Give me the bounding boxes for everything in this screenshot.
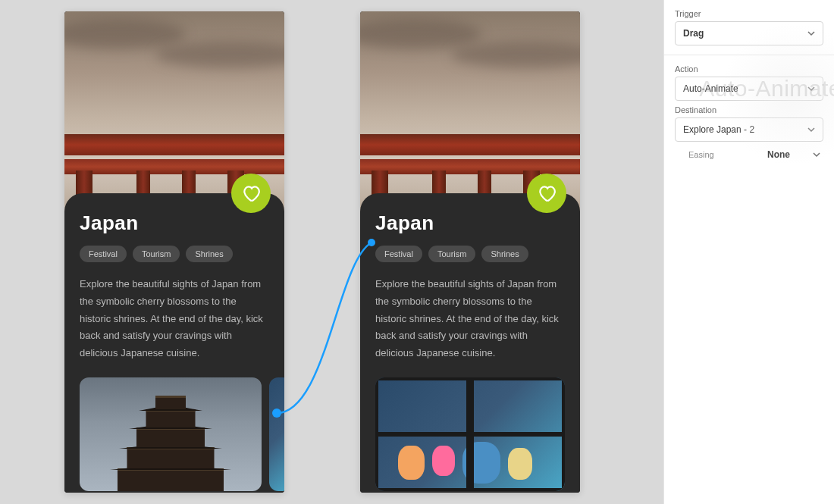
divider — [664, 55, 834, 55]
chevron-down-icon — [813, 151, 820, 158]
trigger-label: Trigger — [675, 9, 823, 18]
tag-chip[interactable]: Festival — [80, 246, 127, 262]
prototype-panel: Auto-Animate Trigger Drag Action Auto-An… — [663, 0, 834, 504]
trigger-value: Drag — [683, 28, 704, 39]
gallery-image-anime[interactable] — [375, 377, 565, 491]
tag-chip[interactable]: Tourism — [133, 246, 180, 262]
image-gallery[interactable] — [375, 377, 565, 491]
destination-label: Destination — [675, 105, 823, 114]
design-canvas[interactable]: Japan Festival Tourism Shrines Explore t… — [0, 0, 663, 504]
chevron-down-icon — [807, 30, 815, 37]
tag-chip[interactable]: Tourism — [428, 246, 476, 262]
tag-list: Festival Tourism Shrines — [80, 246, 269, 262]
artboard-explore-japan-1[interactable]: Japan Festival Tourism Shrines Explore t… — [64, 11, 284, 493]
favorite-button[interactable] — [527, 174, 566, 213]
heart-icon — [537, 183, 557, 203]
action-label: Action — [675, 64, 823, 74]
card-description: Explore the beautiful sights of Japan fr… — [375, 276, 565, 362]
action-value: Auto-Animate — [683, 83, 738, 94]
favorite-button[interactable] — [231, 174, 271, 213]
destination-select[interactable]: Explore Japan - 2 — [675, 117, 823, 142]
card-description: Explore the beautiful sights of Japan fr… — [80, 276, 269, 362]
easing-label: Easing — [688, 150, 714, 159]
tag-chip[interactable]: Shrines — [186, 246, 232, 262]
chevron-down-icon — [807, 85, 815, 92]
easing-select[interactable]: None — [767, 149, 823, 160]
easing-value: None — [767, 149, 790, 160]
card-title: Japan — [80, 211, 269, 235]
destination-value: Explore Japan - 2 — [683, 124, 754, 135]
chevron-down-icon — [807, 126, 815, 133]
content-sheet: Japan Festival Tourism Shrines Explore t… — [64, 193, 284, 493]
tag-chip[interactable]: Shrines — [481, 246, 528, 262]
action-select[interactable]: Auto-Animate — [675, 77, 823, 101]
trigger-select[interactable]: Drag — [675, 21, 823, 45]
heart-icon — [241, 183, 261, 203]
tag-list: Festival Tourism Shrines — [375, 246, 565, 262]
gallery-image-castle[interactable] — [80, 377, 262, 491]
artboard-explore-japan-2[interactable]: Japan Festival Tourism Shrines Explore t… — [360, 11, 580, 493]
content-sheet: Japan Festival Tourism Shrines Explore t… — [360, 193, 580, 493]
gallery-image-peek[interactable] — [269, 377, 284, 491]
card-title: Japan — [375, 211, 565, 235]
tag-chip[interactable]: Festival — [375, 246, 422, 262]
image-gallery[interactable] — [80, 377, 269, 491]
